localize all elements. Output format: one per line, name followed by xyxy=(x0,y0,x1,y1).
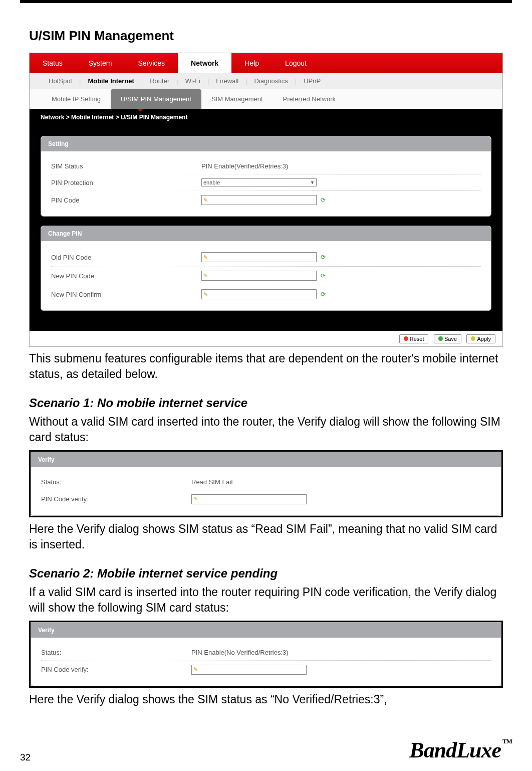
refresh-icon[interactable]: ⟳ xyxy=(321,291,326,298)
tab-mobile-ip-setting[interactable]: Mobile IP Setting xyxy=(42,89,111,109)
main-nav: Status System Services Network Help Logo… xyxy=(30,53,502,73)
new-pin-confirm-label: New PIN Confirm xyxy=(51,291,201,298)
scenario-2-after-text: Here the Verify dialog shows the SIM sta… xyxy=(29,692,503,707)
verify-2-status-row: Status: PIN Enable(No Verified/Retries:3… xyxy=(41,645,491,661)
tab-preferred-network[interactable]: Preferred Network xyxy=(273,89,346,109)
subnav-upnp[interactable]: UPnP xyxy=(297,73,328,89)
scenario-2-body: If a valid SIM card is inserted into the… xyxy=(29,585,503,616)
pin-protection-label: PIN Protection xyxy=(51,179,201,186)
setting-panel: Setting SIM Status PIN Enable(Verified/R… xyxy=(41,136,491,217)
pin-protection-select[interactable]: enable ▼ xyxy=(201,178,317,186)
verify-2-status-label: Status: xyxy=(41,649,191,656)
pin-code-label: PIN Code xyxy=(51,197,201,204)
nav-status[interactable]: Status xyxy=(30,53,76,73)
verify-1-status-label: Status: xyxy=(41,478,191,486)
brand-logo: BandLuxeTM xyxy=(409,737,512,763)
pencil-icon: ✎ xyxy=(193,496,198,502)
verify-1-pin-label: PIN Code verify: xyxy=(41,495,191,503)
pin-code-input[interactable]: ✎ xyxy=(201,195,317,205)
new-pin-confirm-input[interactable]: ✎ xyxy=(201,289,317,299)
nav-services[interactable]: Services xyxy=(125,53,178,73)
subnav-diagnostics[interactable]: Diagnostics xyxy=(247,73,295,89)
reset-dot-icon xyxy=(404,336,408,341)
scenario-1-body: Without a valid SIM card inserted into t… xyxy=(29,414,503,445)
subnav-router[interactable]: Router xyxy=(143,73,176,89)
subnav-firewall[interactable]: Firewall xyxy=(209,73,245,89)
scenario-1-after-text: Here the Verify dialog shows SIM status … xyxy=(29,521,503,552)
nav-system[interactable]: System xyxy=(76,53,125,73)
router-ui-screenshot: Status System Services Network Help Logo… xyxy=(29,53,503,347)
pin-protection-selected: enable xyxy=(203,179,220,185)
nav-logout[interactable]: Logout xyxy=(272,53,320,73)
section-title: U/SIM PIN Management xyxy=(29,28,503,44)
apply-button[interactable]: Apply xyxy=(466,334,495,343)
verify-2-pin-row: PIN Code verify: ✎ xyxy=(41,661,491,679)
verify-2-header: Verify xyxy=(31,623,501,638)
scenario-2-title: Scenario 2: Mobile internet service pend… xyxy=(29,566,503,581)
breadcrumb: Network > Mobile Internet > U/SIM PIN Ma… xyxy=(41,114,187,121)
panel-header-change-pin: Change PIN xyxy=(41,226,491,241)
verify-2-pin-label: PIN Code verify: xyxy=(41,666,191,673)
verify-screenshot-2: Verify Status: PIN Enable(No Verified/Re… xyxy=(29,621,503,688)
row-sim-status: SIM Status PIN Enable(Verified/Retries:3… xyxy=(51,158,481,174)
save-button[interactable]: Save xyxy=(434,334,461,343)
pencil-icon: ✎ xyxy=(203,273,208,279)
intro-text: This submenu features configurable items… xyxy=(29,351,503,382)
nav-network[interactable]: Network xyxy=(178,53,231,73)
page-top-rule xyxy=(20,0,512,3)
old-pin-label: Old PIN Code xyxy=(51,254,201,261)
sim-status-label: SIM Status xyxy=(51,162,201,170)
pencil-icon: ✎ xyxy=(203,254,208,261)
tab-usim-pin-management[interactable]: U/SIM PIN Management xyxy=(111,89,201,109)
subnav-mobile-internet[interactable]: Mobile Internet xyxy=(81,73,141,89)
reset-button[interactable]: Reset xyxy=(399,334,429,343)
verify-1-pin-input[interactable]: ✎ xyxy=(191,494,307,504)
save-dot-icon xyxy=(438,336,443,341)
row-old-pin: Old PIN Code ✎⟳ xyxy=(51,248,481,267)
tab-sim-management[interactable]: SIM Management xyxy=(201,89,273,109)
chevron-down-icon: ▼ xyxy=(310,180,315,185)
row-pin-protection: PIN Protection enable ▼ xyxy=(51,174,481,191)
verify-1-pin-row: PIN Code verify: ✎ xyxy=(41,490,491,508)
change-pin-panel: Change PIN Old PIN Code ✎⟳ New PIN Code … xyxy=(41,226,491,311)
button-bar: Reset Save Apply xyxy=(30,331,502,346)
row-pin-code: PIN Code ✎ ⟳ xyxy=(51,191,481,209)
verify-1-status-row: Status: Read SIM Fail xyxy=(41,474,491,490)
active-tab-indicator-icon xyxy=(137,109,143,112)
verify-2-status-value: PIN Enable(No Verified/Retries:3) xyxy=(191,649,491,656)
row-new-pin: New PIN Code ✎⟳ xyxy=(51,267,481,285)
refresh-icon[interactable]: ⟳ xyxy=(321,272,326,279)
sub-tabs: Mobile IP Setting U/SIM PIN Management S… xyxy=(30,89,502,109)
verify-1-status-value: Read SIM Fail xyxy=(191,478,491,486)
row-new-pin-confirm: New PIN Confirm ✎⟳ xyxy=(51,285,481,303)
pencil-icon: ✎ xyxy=(203,197,208,204)
scenario-1-title: Scenario 1: No mobile internet service xyxy=(29,396,503,410)
panel-header-setting: Setting xyxy=(41,136,491,151)
subnav-hotspot[interactable]: HotSpot xyxy=(42,73,79,89)
new-pin-input[interactable]: ✎ xyxy=(201,271,317,281)
trademark-icon: TM xyxy=(502,737,512,745)
pencil-icon: ✎ xyxy=(203,291,208,298)
sim-status-value: PIN Enable(Verified/Retries:3) xyxy=(201,162,481,170)
breadcrumb-bar: Network > Mobile Internet > U/SIM PIN Ma… xyxy=(30,109,502,136)
verify-1-header: Verify xyxy=(31,452,501,467)
refresh-icon[interactable]: ⟳ xyxy=(321,197,326,204)
verify-screenshot-1: Verify Status: Read SIM Fail PIN Code ve… xyxy=(29,450,503,517)
verify-2-pin-input[interactable]: ✎ xyxy=(191,665,307,675)
subnav-wifi[interactable]: Wi-Fi xyxy=(178,73,207,89)
new-pin-label: New PIN Code xyxy=(51,272,201,280)
page-number: 32 xyxy=(20,752,31,763)
nav-help[interactable]: Help xyxy=(231,53,272,73)
sub-nav: HotSpot| Mobile Internet| Router| Wi-Fi|… xyxy=(30,73,502,89)
pencil-icon: ✎ xyxy=(193,666,198,673)
apply-dot-icon xyxy=(471,336,475,341)
old-pin-input[interactable]: ✎ xyxy=(201,252,317,262)
refresh-icon[interactable]: ⟳ xyxy=(321,254,326,261)
